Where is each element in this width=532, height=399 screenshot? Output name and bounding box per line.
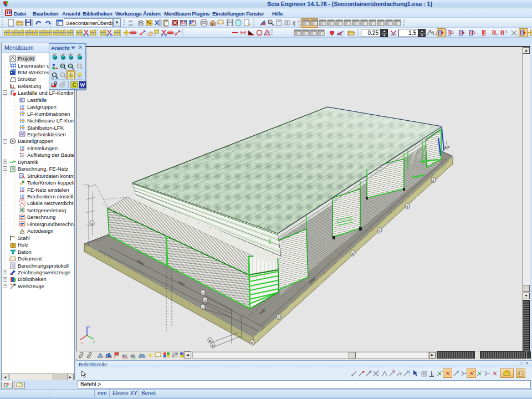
svg-text:y: y <box>93 340 95 344</box>
svg-text:cm: cm <box>129 23 133 27</box>
svg-text:I]: I] <box>293 21 295 26</box>
svg-text:d: d <box>204 299 206 302</box>
svg-text:R.: R. <box>492 30 498 36</box>
svg-text:R: R <box>500 30 505 36</box>
svg-text:z: z <box>88 325 90 329</box>
svg-text:c: c <box>202 306 203 309</box>
svg-text:C: C <box>72 82 76 88</box>
svg-text:ab: ab <box>122 353 127 358</box>
svg-text:ab: ab <box>130 353 135 358</box>
svg-text:x: x <box>81 341 83 344</box>
svg-text:mm: mm <box>129 19 133 23</box>
